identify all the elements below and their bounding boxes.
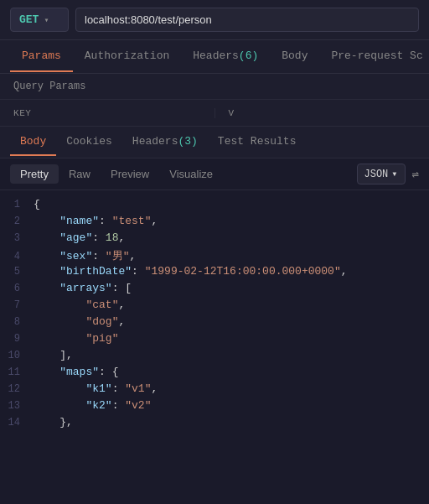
fmt-preview[interactable]: Preview xyxy=(101,164,159,184)
code-line: 14 }, xyxy=(0,415,429,432)
tab-test-results[interactable]: Test Results xyxy=(208,128,307,156)
line-content: "age": 18, xyxy=(34,231,125,244)
line-number: 5 xyxy=(0,266,34,278)
wrap-icon[interactable]: ⇌ xyxy=(412,167,419,181)
code-line: 1{ xyxy=(0,197,429,214)
line-number: 6 xyxy=(0,283,34,294)
tab-body-section[interactable]: Body xyxy=(10,128,56,156)
line-content: "sex": "男", xyxy=(34,248,136,263)
line-number: 14 xyxy=(0,417,34,429)
code-line: 7 "cat", xyxy=(0,298,429,314)
method-chevron: ▾ xyxy=(44,15,49,25)
code-area: 1{2 "name": "test",3 "age": 18,4 "sex": … xyxy=(0,190,429,504)
tab-headers-response[interactable]: Headers(3) xyxy=(122,128,208,156)
line-content: { xyxy=(34,198,40,210)
tab-prerequest[interactable]: Pre-request Sc xyxy=(319,41,429,72)
line-content: "pig" xyxy=(34,332,118,345)
line-number: 4 xyxy=(0,251,34,262)
code-line: 11 "maps": { xyxy=(0,365,429,382)
code-line: 9 "pig" xyxy=(0,331,429,348)
tab-body[interactable]: Body xyxy=(270,41,319,72)
format-bar: Pretty Raw Preview Visualize JSON ▾ ⇌ xyxy=(0,158,429,190)
line-content: "birthDate": "1999-02-12T16:00:00.000+00… xyxy=(34,265,348,278)
method-label: GET xyxy=(19,13,39,26)
code-line: 2 "name": "test", xyxy=(0,214,429,231)
url-bar: GET ▾ xyxy=(0,0,429,40)
code-line: 12 "k1": "v1", xyxy=(0,382,429,398)
kv-key-header: KEY xyxy=(0,108,214,118)
line-content: "arrays": [ xyxy=(34,282,132,294)
fmt-raw[interactable]: Raw xyxy=(59,164,101,184)
code-line: 10 ], xyxy=(0,348,429,365)
line-number: 7 xyxy=(0,299,34,311)
code-line: 5 "birthDate": "1999-02-12T16:00:00.000+… xyxy=(0,264,429,281)
line-number: 10 xyxy=(0,350,34,361)
kv-val-header: V xyxy=(214,108,430,118)
tab-headers[interactable]: Headers(6) xyxy=(181,41,270,72)
line-number: 8 xyxy=(0,316,34,328)
method-selector[interactable]: GET ▾ xyxy=(10,8,69,32)
code-line: 4 "sex": "男", xyxy=(0,247,429,264)
code-line: 13 "k2": "v2" xyxy=(0,398,429,415)
json-format-select[interactable]: JSON ▾ xyxy=(357,164,406,184)
line-number: 12 xyxy=(0,383,34,395)
line-content: "dog", xyxy=(34,315,125,328)
main-content: Params Authorization Headers(6) Body Pre… xyxy=(0,40,429,504)
line-number: 11 xyxy=(0,366,34,378)
line-number: 9 xyxy=(0,333,34,345)
tab-authorization[interactable]: Authorization xyxy=(73,41,181,72)
fmt-visualize[interactable]: Visualize xyxy=(159,164,223,184)
top-tabs: Params Authorization Headers(6) Body Pre… xyxy=(0,40,429,74)
line-number: 2 xyxy=(0,216,34,227)
line-number: 13 xyxy=(0,400,34,412)
line-content: }, xyxy=(34,416,73,429)
line-content: "k1": "v1", xyxy=(34,382,158,395)
kv-header: KEY V xyxy=(0,100,429,127)
line-number: 1 xyxy=(0,199,34,210)
line-content: "cat", xyxy=(34,299,125,311)
code-line: 6 "arrays": [ xyxy=(0,281,429,298)
code-line: 3 "age": 18, xyxy=(0,231,429,247)
url-input[interactable] xyxy=(75,8,419,32)
line-number: 3 xyxy=(0,232,34,244)
code-line: 8 "dog", xyxy=(0,314,429,331)
line-content: "name": "test", xyxy=(34,215,158,227)
query-params-label: Query Params xyxy=(0,74,429,100)
line-content: "k2": "v2" xyxy=(34,399,151,412)
tab-cookies[interactable]: Cookies xyxy=(56,128,122,156)
fmt-pretty[interactable]: Pretty xyxy=(10,164,59,184)
body-tabs: Body Cookies Headers(3) Test Results xyxy=(0,127,429,158)
line-content: "maps": { xyxy=(34,366,118,378)
line-content: ], xyxy=(34,349,73,361)
tab-params[interactable]: Params xyxy=(10,41,73,72)
